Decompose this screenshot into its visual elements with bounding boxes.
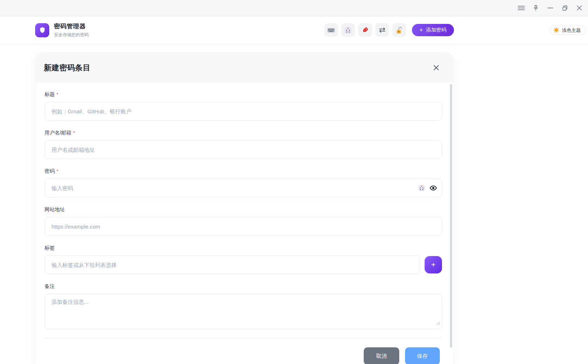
header-actions: + 添加密码	[324, 23, 454, 37]
add-password-label: 添加密码	[426, 27, 446, 33]
password-input[interactable]	[45, 179, 442, 197]
close-icon[interactable]	[431, 63, 441, 72]
required-mark: *	[57, 92, 58, 97]
field-label: 密码 *	[45, 168, 442, 175]
shield-icon	[35, 23, 49, 37]
modal-title: 新建密码条目	[44, 63, 91, 73]
window-titlebar	[0, 0, 588, 16]
app-titles: 密码管理器 安全存储您的密码	[54, 22, 89, 38]
field-tags: 标签 +	[45, 245, 442, 274]
field-label: 标题 *	[45, 91, 442, 98]
field-label-text: 标题	[45, 91, 55, 98]
modal-footer: 取消 保存	[45, 338, 442, 364]
maximize-icon[interactable]	[558, 2, 572, 14]
notes-wrapper	[45, 294, 442, 329]
field-label-text: 备注	[45, 283, 55, 290]
modal-body: 标题 * 用户名/邮箱 * 密码 *	[36, 83, 453, 364]
app-subtitle: 安全存储您的密码	[54, 32, 89, 38]
dice-icon[interactable]	[341, 23, 355, 37]
password-input-wrapper	[45, 179, 442, 197]
minimize-icon[interactable]	[543, 2, 558, 14]
field-password: 密码 *	[45, 168, 442, 197]
required-mark: *	[73, 130, 75, 135]
unlock-icon[interactable]	[392, 23, 406, 37]
tags-row: +	[45, 255, 442, 274]
field-label: 备注	[45, 283, 442, 290]
add-tag-button[interactable]: +	[425, 256, 442, 273]
field-label: 用户名/邮箱 *	[45, 130, 442, 136]
title-input[interactable]	[45, 102, 442, 121]
username-input[interactable]	[45, 140, 442, 159]
new-password-modal: 新建密码条目 标题 * 用户名/邮箱 * 密码 *	[36, 53, 453, 364]
swap-arrows-icon[interactable]	[375, 23, 389, 37]
pin-icon[interactable]	[529, 2, 543, 14]
required-mark: *	[57, 168, 58, 174]
website-input[interactable]	[45, 217, 442, 236]
close-icon[interactable]	[572, 2, 587, 14]
save-button[interactable]: 保存	[405, 347, 440, 364]
field-label-text: 网站地址	[45, 206, 65, 213]
tag-icon[interactable]	[358, 23, 372, 37]
app-title: 密码管理器	[54, 22, 89, 30]
app-header: 密码管理器 安全存储您的密码	[0, 16, 588, 44]
modal-header: 新建密码条目	[36, 53, 453, 83]
field-label: 网站地址	[45, 206, 442, 213]
menu-icon[interactable]	[514, 2, 529, 14]
cancel-button[interactable]: 取消	[364, 347, 399, 364]
field-website: 网站地址	[45, 206, 442, 236]
notes-textarea[interactable]	[45, 294, 442, 329]
field-label-text: 标签	[45, 245, 55, 251]
modal-scrollbar[interactable]	[450, 84, 452, 348]
add-password-button[interactable]: + 添加密码	[412, 24, 454, 36]
theme-toggle-label: 浅色主题	[562, 27, 581, 33]
theme-toggle-button[interactable]: 浅色主题	[550, 25, 586, 35]
field-title: 标题 *	[45, 91, 442, 121]
field-notes: 备注	[45, 283, 442, 329]
dice-icon[interactable]	[417, 184, 426, 192]
tags-input[interactable]	[45, 255, 420, 274]
field-username: 用户名/邮箱 *	[45, 130, 442, 159]
plus-icon: +	[420, 27, 423, 33]
keyboard-icon[interactable]	[324, 23, 338, 37]
field-label: 标签	[45, 245, 442, 251]
field-label-text: 密码	[45, 168, 55, 175]
sun-icon	[553, 27, 559, 33]
field-label-text: 用户名/邮箱	[45, 130, 71, 136]
eye-icon[interactable]	[429, 184, 438, 192]
